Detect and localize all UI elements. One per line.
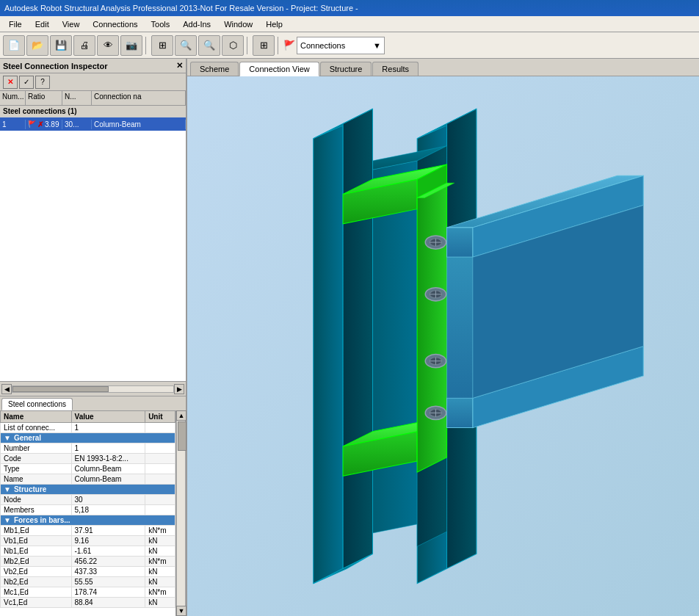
- right-panel: Scheme Connection View Structure Results: [187, 59, 699, 616]
- svg-marker-15: [417, 183, 446, 472]
- title-text: Autodesk Robot Structural Analysis Profe…: [4, 4, 358, 12]
- toolbar-zoom-out[interactable]: 🔍: [198, 35, 220, 56]
- inspector-header: Steel Connection Inspector ✕: [0, 59, 186, 73]
- title-bar: Autodesk Robot Structural Analysis Profe…: [0, 0, 699, 16]
- toolbar-zoom-in[interactable]: 🔍: [175, 35, 197, 56]
- sep2: [247, 37, 250, 54]
- svg-marker-18: [447, 228, 473, 257]
- toolbar-new[interactable]: 📄: [3, 35, 25, 56]
- conn-num: 1: [0, 120, 26, 129]
- toolbar-3d[interactable]: ⬡: [222, 35, 244, 56]
- section-structure: ▼Structure: [1, 485, 175, 495]
- prop-node[interactable]: Node 30: [1, 495, 175, 505]
- conn-empty: [0, 131, 186, 336]
- props-panel: Name Value Unit List of connec... 1: [0, 410, 175, 616]
- toolbar-save[interactable]: 💾: [50, 35, 72, 56]
- conn-row[interactable]: 1 🚩 ✗ 3.89 30... Column-Beam: [0, 117, 186, 131]
- list-connec-value: 1: [71, 423, 145, 433]
- col-n-header: N...: [62, 91, 92, 105]
- svg-marker-23: [447, 257, 473, 398]
- toolbar: 📄 📂 💾 🖨 👁 📷 ⊞ 🔍 🔍 ⬡ ⊞ 🚩 Connections ▼: [0, 32, 699, 59]
- scroll-right[interactable]: ▶: [174, 384, 184, 394]
- props-scroll-down[interactable]: ▼: [176, 606, 186, 616]
- menu-addins[interactable]: Add-Ins: [177, 18, 217, 30]
- sep1: [145, 37, 148, 54]
- menu-edit[interactable]: Edit: [29, 18, 55, 30]
- tab-structure[interactable]: Structure: [320, 62, 372, 76]
- prop-vb2[interactable]: Vb2,Ed 437.33 kN: [1, 567, 175, 577]
- conn-section-header: Steel connections (1): [0, 106, 186, 117]
- inspector-close[interactable]: ✕: [176, 61, 183, 70]
- prop-mc1[interactable]: Mc1,Ed 178.74 kN*m: [1, 587, 175, 598]
- prop-col-value: Value: [71, 411, 145, 423]
- props-scrollbar[interactable]: ▲ ▼: [175, 410, 186, 616]
- prop-code[interactable]: Code EN 1993-1-8:2...: [1, 454, 175, 464]
- conn-scrollbar[interactable]: ◀ ▶: [0, 381, 186, 396]
- dropdown-value: Connections: [300, 41, 345, 50]
- tab-steel-connections[interactable]: Steel connections: [1, 398, 73, 410]
- main-layout: Steel Connection Inspector ✕ ✕ ✓ ? Num..…: [0, 59, 699, 616]
- list-connec-name: List of connec...: [1, 423, 72, 433]
- prop-col-unit: Unit: [145, 411, 175, 423]
- conn-ratio: 🚩 ✗ 3.89: [26, 120, 62, 129]
- conn-n: 30...: [62, 120, 92, 129]
- col-name-header: Connection na: [92, 91, 186, 105]
- inspector-title: Steel Connection Inspector: [3, 62, 107, 70]
- prop-mb1[interactable]: Mb1,Ed 37.91 kN*m: [1, 526, 175, 536]
- menu-connections[interactable]: Connections: [87, 18, 143, 30]
- toolbar-open[interactable]: 📂: [26, 35, 48, 56]
- prop-vc1[interactable]: Vc1,Ed 88.84 kN: [1, 598, 175, 608]
- tab-scheme[interactable]: Scheme: [190, 62, 239, 76]
- prop-vb1[interactable]: Vb1,Ed 9.16 kN: [1, 536, 175, 546]
- toolbar-print[interactable]: 🖨: [73, 35, 95, 56]
- menu-help[interactable]: Help: [260, 18, 289, 30]
- svg-marker-21: [447, 398, 473, 427]
- section-forces: ▼Forces in bars...: [1, 515, 175, 526]
- menu-file[interactable]: File: [3, 18, 28, 30]
- prop-members[interactable]: Members 5,18: [1, 505, 175, 515]
- col-num-header: Num...: [0, 91, 26, 105]
- props-scroll-up[interactable]: ▲: [176, 410, 186, 421]
- prop-number[interactable]: Number 1: [1, 443, 175, 454]
- prop-type[interactable]: Type Column-Beam: [1, 464, 175, 474]
- prop-nb2[interactable]: Nb2,Ed 55.55 kN: [1, 577, 175, 587]
- list-connec-unit: [145, 423, 175, 433]
- inspector-delete[interactable]: ✕: [3, 76, 18, 89]
- sep3: [278, 37, 280, 54]
- conn-table-header: Num... Ratio N... Connection na: [0, 91, 186, 106]
- props-wrapper: Name Value Unit List of connec... 1: [0, 410, 186, 616]
- tab-connection-view[interactable]: Connection View: [239, 62, 319, 76]
- tabs-bar: Scheme Connection View Structure Results: [187, 59, 699, 76]
- prop-col-name: Name: [1, 411, 72, 423]
- prop-mb2[interactable]: Mb2,Ed 456.22 kN*m: [1, 557, 175, 567]
- conn-name: Column-Beam: [92, 120, 186, 129]
- viewport[interactable]: [187, 76, 699, 616]
- connections-dropdown[interactable]: Connections ▼: [297, 37, 385, 54]
- section-general: ▼General: [1, 433, 175, 443]
- menu-window[interactable]: Window: [218, 18, 258, 30]
- inspector-check[interactable]: ✓: [19, 76, 34, 89]
- toolbar-preview[interactable]: 👁: [97, 35, 119, 56]
- connection-table: Num... Ratio N... Connection na Steel co…: [0, 91, 186, 381]
- scroll-left[interactable]: ◀: [1, 384, 12, 394]
- prop-name[interactable]: Name Column-Beam: [1, 474, 175, 485]
- svg-marker-0: [314, 123, 343, 583]
- inspector-help[interactable]: ?: [35, 76, 50, 89]
- connection-3d-view: [187, 76, 699, 616]
- menu-bar: File Edit View Connections Tools Add-Ins…: [0, 16, 699, 32]
- menu-view[interactable]: View: [57, 18, 86, 30]
- toolbar-grid[interactable]: ⊞: [253, 35, 275, 56]
- col-ratio-header: Ratio: [26, 91, 62, 105]
- props-table: Name Value Unit List of connec... 1: [0, 410, 175, 608]
- toolbar-b1[interactable]: ⊞: [151, 35, 173, 56]
- menu-tools[interactable]: Tools: [145, 18, 176, 30]
- bottom-tabs: Steel connections: [0, 396, 186, 410]
- list-of-connec-row[interactable]: List of connec... 1: [1, 423, 175, 433]
- inspector-toolbar: ✕ ✓ ?: [0, 73, 186, 91]
- tab-results[interactable]: Results: [372, 62, 419, 76]
- prop-nb1[interactable]: Nb1,Ed -1.61 kN: [1, 546, 175, 557]
- left-panel: Steel Connection Inspector ✕ ✕ ✓ ? Num..…: [0, 59, 187, 616]
- toolbar-screenshot[interactable]: 📷: [120, 35, 142, 56]
- svg-marker-6: [343, 109, 372, 568]
